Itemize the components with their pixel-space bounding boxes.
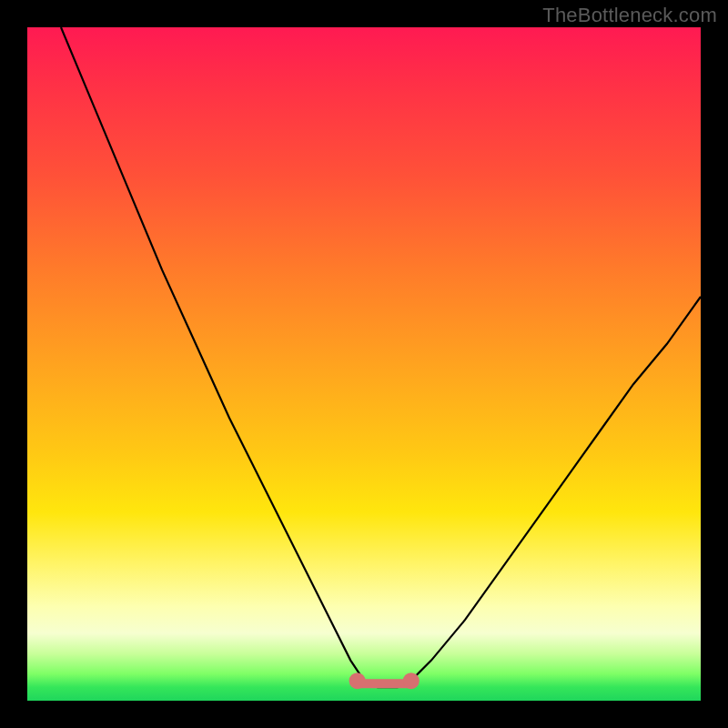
valley-marker-dot-right <box>403 672 420 689</box>
chart-svg <box>27 27 701 701</box>
bottleneck-curve <box>61 27 701 687</box>
valley-marker-dot-left <box>349 672 366 689</box>
chart-frame: TheBottleneck.com <box>0 0 728 728</box>
chart-plot-area <box>27 27 701 701</box>
watermark-text: TheBottleneck.com <box>542 4 717 27</box>
